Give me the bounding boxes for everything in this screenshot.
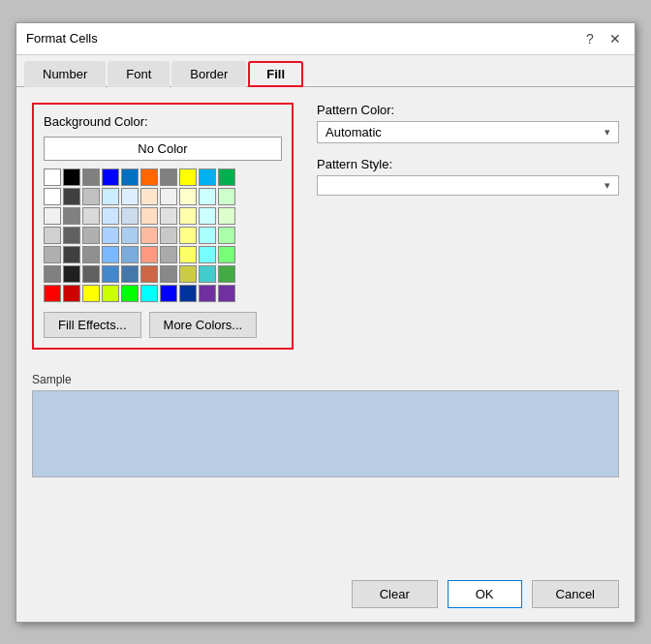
color-cell-0-3[interactable] — [102, 169, 119, 186]
color-cell-5-7[interactable] — [179, 265, 197, 283]
pattern-color-label: Pattern Color: — [317, 103, 619, 117]
color-cell-0-8[interactable] — [199, 169, 216, 186]
tab-font[interactable]: Font — [108, 61, 170, 87]
color-cell-3-2[interactable] — [82, 227, 100, 244]
color-cell-6-8[interactable] — [199, 285, 216, 302]
color-cell-6-4[interactable] — [121, 285, 139, 302]
color-cell-4-4[interactable] — [121, 246, 139, 263]
color-cell-3-3[interactable] — [102, 227, 119, 244]
color-cell-0-6[interactable] — [160, 169, 177, 186]
color-cell-6-1[interactable] — [63, 285, 80, 302]
color-cell-4-6[interactable] — [160, 246, 177, 263]
color-cell-1-6[interactable] — [160, 188, 177, 205]
color-cell-4-7[interactable] — [179, 246, 197, 263]
color-cell-5-0[interactable] — [44, 265, 61, 283]
title-bar-controls: ? ✕ — [580, 29, 625, 48]
fill-effects-button[interactable]: Fill Effects... — [44, 312, 141, 338]
no-color-button[interactable]: No Color — [44, 137, 282, 161]
color-cell-6-5[interactable] — [140, 285, 158, 302]
clear-button[interactable]: Clear — [352, 580, 438, 608]
color-cell-4-1[interactable] — [63, 246, 80, 263]
color-cell-2-3[interactable] — [102, 207, 119, 225]
color-cell-5-6[interactable] — [160, 265, 177, 283]
tab-border[interactable]: Border — [171, 61, 246, 87]
color-cell-1-7[interactable] — [179, 188, 197, 205]
pattern-style-label: Pattern Style: — [317, 157, 619, 171]
color-cell-3-0[interactable] — [44, 227, 61, 244]
pattern-color-dropdown[interactable]: Automatic ▾ — [317, 121, 619, 143]
pattern-color-group: Pattern Color: Automatic ▾ — [317, 103, 619, 143]
color-cell-3-6[interactable] — [160, 227, 177, 244]
cancel-button[interactable]: Cancel — [532, 580, 619, 608]
color-cell-4-2[interactable] — [82, 246, 100, 263]
color-cell-3-9[interactable] — [218, 227, 235, 244]
color-row-5 — [44, 265, 282, 283]
color-cell-1-4[interactable] — [121, 188, 139, 205]
color-cell-5-2[interactable] — [82, 265, 100, 283]
format-cells-dialog: Format Cells ? ✕ Number Font Border Fill… — [16, 22, 636, 623]
close-button[interactable]: ✕ — [605, 29, 625, 48]
color-cell-4-3[interactable] — [102, 246, 119, 263]
more-colors-button[interactable]: More Colors... — [149, 312, 258, 338]
color-cell-1-2[interactable] — [82, 188, 100, 205]
color-cell-1-0[interactable] — [44, 188, 61, 205]
color-cell-2-8[interactable] — [199, 207, 216, 225]
color-grid — [44, 169, 282, 302]
color-cell-0-2[interactable] — [82, 169, 100, 186]
color-cell-3-7[interactable] — [179, 227, 197, 244]
color-cell-6-9[interactable] — [218, 285, 235, 302]
color-cell-2-4[interactable] — [121, 207, 139, 225]
sample-section: Sample — [32, 373, 619, 477]
color-cell-4-9[interactable] — [218, 246, 235, 263]
color-cell-4-5[interactable] — [140, 246, 158, 263]
sample-label: Sample — [32, 373, 619, 386]
tab-number[interactable]: Number — [24, 61, 106, 87]
color-row-3 — [44, 227, 282, 244]
color-cell-2-5[interactable] — [140, 207, 158, 225]
color-cell-1-5[interactable] — [140, 188, 158, 205]
color-cell-6-2[interactable] — [82, 285, 100, 302]
pattern-color-arrow-icon: ▾ — [604, 126, 610, 138]
color-cell-0-9[interactable] — [218, 169, 235, 186]
color-cell-2-7[interactable] — [179, 207, 197, 225]
color-cell-2-0[interactable] — [44, 207, 61, 225]
color-cell-5-9[interactable] — [218, 265, 235, 283]
color-cell-6-3[interactable] — [102, 285, 119, 302]
color-cell-2-6[interactable] — [160, 207, 177, 225]
color-cell-1-9[interactable] — [218, 188, 235, 205]
color-cell-3-8[interactable] — [199, 227, 216, 244]
color-cell-5-5[interactable] — [140, 265, 158, 283]
color-row-6 — [44, 285, 282, 302]
color-cell-0-1[interactable] — [63, 169, 80, 186]
bg-color-label: Background Color: — [44, 114, 282, 129]
color-cell-4-0[interactable] — [44, 246, 61, 263]
color-cell-1-1[interactable] — [63, 188, 80, 205]
color-cell-1-8[interactable] — [199, 188, 216, 205]
color-cell-5-8[interactable] — [199, 265, 216, 283]
color-cell-5-4[interactable] — [121, 265, 139, 283]
pattern-style-dropdown[interactable]: ▾ — [317, 175, 619, 196]
ok-button[interactable]: OK — [448, 580, 522, 608]
color-cell-1-3[interactable] — [102, 188, 119, 205]
tab-fill[interactable]: Fill — [248, 61, 303, 87]
color-cell-4-8[interactable] — [199, 246, 216, 263]
right-panel: Pattern Color: Automatic ▾ Pattern Style… — [317, 103, 619, 196]
color-cell-6-0[interactable] — [44, 285, 61, 302]
top-row: Background Color: No Color Fill Effects.… — [32, 103, 619, 350]
color-row-2 — [44, 207, 282, 225]
color-cell-2-1[interactable] — [63, 207, 80, 225]
color-cell-0-0[interactable] — [44, 169, 61, 186]
color-cell-5-1[interactable] — [63, 265, 80, 283]
color-cell-0-4[interactable] — [121, 169, 139, 186]
color-cell-2-2[interactable] — [82, 207, 100, 225]
help-button[interactable]: ? — [580, 29, 600, 48]
color-cell-0-5[interactable] — [140, 169, 158, 186]
color-cell-2-9[interactable] — [218, 207, 235, 225]
color-cell-3-5[interactable] — [140, 227, 158, 244]
color-cell-3-4[interactable] — [121, 227, 139, 244]
color-cell-6-7[interactable] — [179, 285, 197, 302]
color-cell-6-6[interactable] — [160, 285, 177, 302]
color-cell-5-3[interactable] — [102, 265, 119, 283]
color-cell-0-7[interactable] — [179, 169, 197, 186]
color-cell-3-1[interactable] — [63, 227, 80, 244]
